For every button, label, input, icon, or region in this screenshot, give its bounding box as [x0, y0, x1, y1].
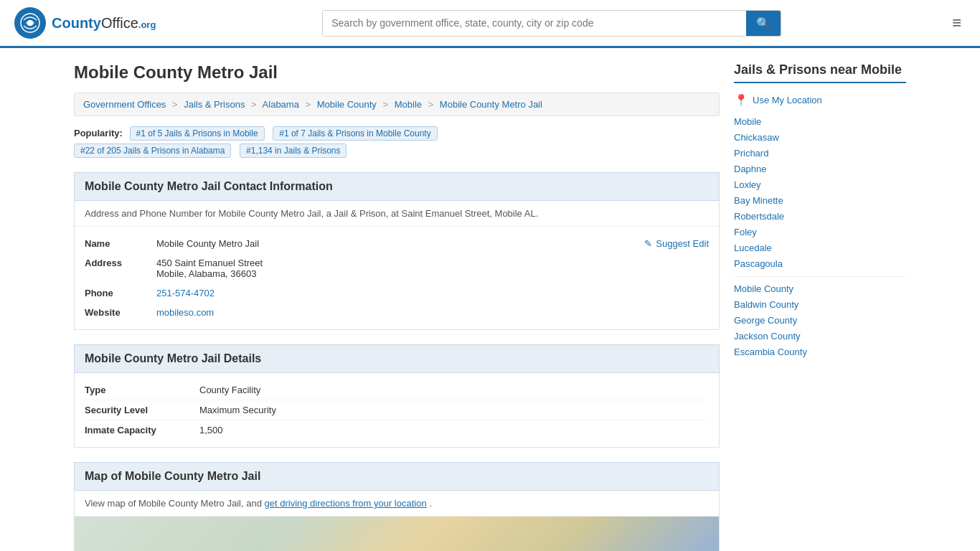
- list-item: Robertsdale: [734, 210, 906, 222]
- sidebar-cities-list: Mobile Chickasaw Prichard Daphne Loxley …: [734, 116, 906, 269]
- popularity-badge-3: #22 of 205 Jails & Prisons in Alabama: [74, 143, 231, 158]
- popularity-area: Popularity: #1 of 5 Jails & Prisons in M…: [74, 126, 720, 158]
- sidebar-link-daphne[interactable]: Daphne: [734, 164, 767, 174]
- sidebar-link-lucedale[interactable]: Lucedale: [734, 242, 772, 253]
- breadcrumb-sep-4: >: [382, 99, 388, 110]
- type-value: County Facility: [199, 385, 260, 395]
- contact-section: Address and Phone Number for Mobile Coun…: [74, 201, 720, 330]
- details-section-header: Mobile County Metro Jail Details: [74, 344, 720, 373]
- address-line2: Mobile, Alabama, 36603: [156, 268, 256, 279]
- menu-icon[interactable]: ≡: [948, 9, 966, 37]
- main-container: Mobile County Metro Jail Government Offi…: [60, 48, 920, 551]
- security-label: Security Level: [85, 405, 199, 415]
- suggest-edit-label: Suggest Edit: [656, 238, 709, 249]
- sidebar-link-baldwin-county[interactable]: Baldwin County: [734, 299, 798, 310]
- logo-text: CountyOffice.org: [52, 15, 156, 32]
- detail-row-security: Security Level Maximum Security: [85, 400, 709, 420]
- contact-row-website: Website mobileso.com: [85, 303, 709, 322]
- contact-section-header: Mobile County Metro Jail Contact Informa…: [74, 172, 720, 201]
- sidebar-title: Jails & Prisons near Mobile: [734, 62, 906, 83]
- sidebar-link-foley[interactable]: Foley: [734, 227, 757, 237]
- breadcrumb: Government Offices > Jails & Prisons > A…: [74, 93, 720, 116]
- list-item: Foley: [734, 226, 906, 237]
- sidebar-link-loxley[interactable]: Loxley: [734, 179, 761, 190]
- suggest-edit-link[interactable]: ✎ Suggest Edit: [644, 238, 709, 249]
- list-item: Baldwin County: [734, 298, 906, 310]
- use-my-location-link[interactable]: 📍 Use My Location: [734, 93, 906, 107]
- sidebar-link-pascagoula[interactable]: Pascagoula: [734, 258, 783, 269]
- address-line1: 450 Saint Emanuel Street: [156, 258, 263, 268]
- sidebar-link-bay-minette[interactable]: Bay Minette: [734, 195, 783, 206]
- detail-row-type: Type County Facility: [85, 380, 709, 400]
- contact-row-address: Address 450 Saint Emanuel Street Mobile,…: [85, 253, 709, 283]
- site-header: CountyOffice.org 🔍 ≡: [0, 0, 980, 48]
- main-content: Mobile County Metro Jail Government Offi…: [74, 62, 720, 551]
- breadcrumb-sep-2: >: [251, 99, 257, 110]
- list-item: George County: [734, 314, 906, 326]
- map-section-header: Map of Mobile County Metro Jail: [74, 462, 720, 491]
- sidebar: Jails & Prisons near Mobile 📍 Use My Loc…: [734, 62, 906, 551]
- list-item: Escambia County: [734, 346, 906, 357]
- website-link[interactable]: mobileso.com: [156, 307, 214, 318]
- list-item: Prichard: [734, 147, 906, 159]
- sidebar-link-george-county[interactable]: George County: [734, 315, 797, 326]
- sidebar-link-prichard[interactable]: Prichard: [734, 148, 768, 159]
- details-section: Type County Facility Security Level Maxi…: [74, 373, 720, 448]
- map-desc-end: .: [429, 498, 432, 509]
- list-item: Lucedale: [734, 242, 906, 253]
- breadcrumb-link-mobile-county[interactable]: Mobile County: [317, 99, 377, 110]
- driving-directions-link[interactable]: get driving directions from your locatio…: [265, 498, 427, 509]
- name-label: Name: [85, 238, 156, 249]
- edit-icon: ✎: [644, 238, 652, 249]
- breadcrumb-sep-3: >: [306, 99, 311, 110]
- list-item: Mobile County: [734, 283, 906, 294]
- search-button[interactable]: 🔍: [746, 11, 781, 36]
- breadcrumb-link-jail[interactable]: Mobile County Metro Jail: [440, 99, 542, 110]
- list-item: Pascagoula: [734, 258, 906, 269]
- search-input[interactable]: [323, 11, 746, 36]
- page-title: Mobile County Metro Jail: [74, 62, 720, 83]
- list-item: Mobile: [734, 116, 906, 127]
- breadcrumb-sep-1: >: [172, 99, 178, 110]
- website-value: mobileso.com: [156, 307, 709, 318]
- sidebar-link-chickasaw[interactable]: Chickasaw: [734, 132, 779, 143]
- phone-link[interactable]: 251-574-4702: [156, 288, 215, 298]
- sidebar-counties-list: Mobile County Baldwin County George Coun…: [734, 276, 906, 357]
- logo-icon: [14, 7, 46, 39]
- popularity-label: Popularity:: [74, 128, 123, 138]
- map-section: View map of Mobile County Metro Jail, an…: [74, 491, 720, 551]
- capacity-label: Inmate Capacity: [85, 425, 199, 435]
- breadcrumb-link-mobile[interactable]: Mobile: [395, 99, 422, 110]
- sidebar-link-jackson-county[interactable]: Jackson County: [734, 331, 801, 342]
- phone-label: Phone: [85, 288, 156, 298]
- map-placeholder[interactable]: Mobile County Metro Jail: [75, 517, 719, 551]
- sidebar-link-escambia-county[interactable]: Escambia County: [734, 347, 807, 357]
- popularity-badge-4: #1,134 in Jails & Prisons: [240, 143, 347, 158]
- website-label: Website: [85, 307, 156, 318]
- breadcrumb-link-alabama[interactable]: Alabama: [263, 99, 299, 110]
- map-desc-text: View map of Mobile County Metro Jail, an…: [85, 498, 265, 509]
- sidebar-link-robertsdale[interactable]: Robertsdale: [734, 211, 784, 222]
- capacity-value: 1,500: [199, 425, 223, 435]
- map-description: View map of Mobile County Metro Jail, an…: [75, 491, 719, 517]
- map-background: [75, 517, 719, 551]
- popularity-badge-2: #1 of 7 Jails & Prisons in Mobile County: [273, 126, 437, 141]
- svg-point-1: [27, 20, 33, 26]
- contact-row-name: Name Mobile County Metro Jail ✎ Suggest …: [85, 234, 709, 253]
- list-item: Loxley: [734, 179, 906, 190]
- breadcrumb-link-gov[interactable]: Government Offices: [83, 99, 166, 110]
- contact-description: Address and Phone Number for Mobile Coun…: [75, 201, 719, 227]
- breadcrumb-link-jails[interactable]: Jails & Prisons: [184, 99, 245, 110]
- list-item: Jackson County: [734, 330, 906, 342]
- type-label: Type: [85, 385, 199, 395]
- list-item: Bay Minette: [734, 194, 906, 206]
- name-value: Mobile County Metro Jail: [156, 238, 644, 249]
- popularity-badge-1: #1 of 5 Jails & Prisons in Mobile: [130, 126, 265, 141]
- location-pin-icon: 📍: [734, 93, 748, 107]
- list-item: Chickasaw: [734, 131, 906, 143]
- phone-value: 251-574-4702: [156, 288, 709, 298]
- sidebar-link-mobile[interactable]: Mobile: [734, 116, 761, 127]
- sidebar-link-mobile-county[interactable]: Mobile County: [734, 283, 793, 294]
- logo[interactable]: CountyOffice.org: [14, 7, 156, 39]
- search-box: 🔍: [322, 10, 781, 37]
